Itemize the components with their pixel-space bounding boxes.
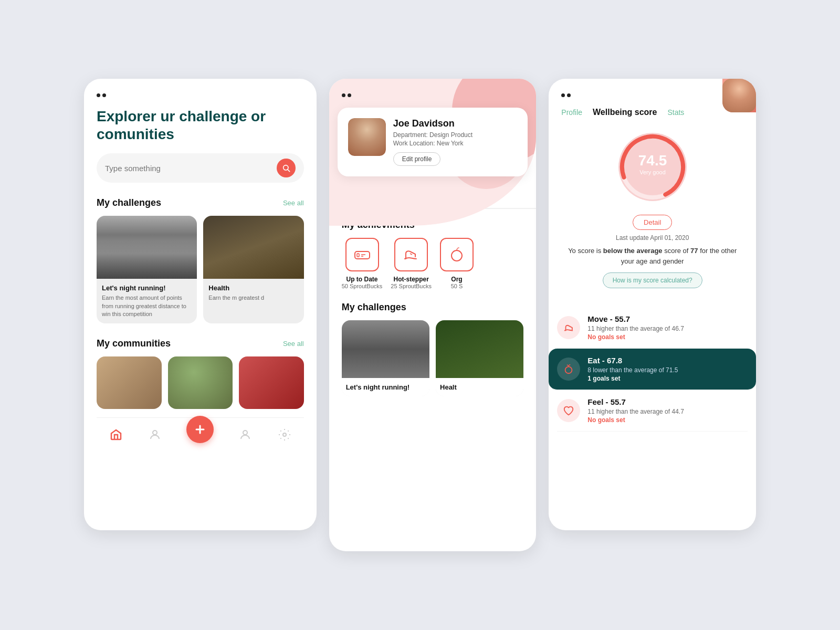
challenge2-name-0: Let's night running! (342, 378, 429, 396)
apple-metric-icon (563, 363, 574, 375)
profile-icon (239, 428, 251, 441)
challenge2-running[interactable]: Let's night running! (342, 320, 429, 396)
achievements-section: My achievments Up to Date 50 SproutB (329, 219, 537, 313)
search-bar (97, 153, 304, 183)
challenge-image-running (97, 216, 197, 279)
challenge-desc: Earn the m greatest d (208, 294, 298, 302)
svg-point-5 (243, 430, 247, 435)
metric-feel: Feel - 55.7 11 higher than the average o… (557, 390, 748, 432)
svg-rect-8 (357, 254, 359, 257)
achievement-name-2: Org (440, 276, 474, 283)
dot (567, 93, 571, 97)
how-calculated-button[interactable]: How is my score calculated? (603, 272, 702, 288)
dot (97, 93, 100, 97)
nav-tab3[interactable] (277, 427, 292, 442)
home-icon (110, 428, 122, 441)
achievement-item-org: Org 50 S (440, 238, 474, 289)
metric-sub-feel: 11 higher than the average of 44.7 (587, 408, 748, 415)
achievement-icon-uptodate (345, 238, 379, 271)
detail-button[interactable]: Detail (633, 215, 672, 230)
avatar (348, 118, 386, 156)
screen3-tab-profile[interactable]: Profile (561, 108, 582, 117)
challenge-info-running: Let's night running! Earn the most amoun… (97, 279, 197, 323)
profile-info: Joe Davidson Department: Design Product … (393, 118, 518, 166)
achievements-grid: Up to Date 50 SproutBucks Hot-stepper 25… (342, 238, 524, 289)
shoe-icon (402, 245, 421, 264)
score-ring-svg: 74.5 Very good (613, 128, 692, 206)
challenge-info-health: Health Earn the m greatest d (203, 279, 303, 307)
metric-eat: Eat - 67.8 8 lower than the average of 7… (549, 349, 756, 390)
challenge2-name-1: Healt (436, 378, 523, 396)
svg-point-17 (565, 366, 572, 373)
screen3-tab-stats[interactable]: Stats (667, 108, 684, 117)
metric-info-move: Move - 55.7 11 higher than the average o… (587, 314, 748, 341)
achievement-item-hotstepper: Hot-stepper 25 SproutBucks (391, 238, 432, 289)
score-section: 74.5 Very good Detail Last update April … (549, 117, 756, 307)
achievement-item-uptodate: Up to Date 50 SproutBucks (342, 238, 383, 289)
svg-point-6 (283, 433, 286, 436)
challenges2-grid: Let's night running! Healt (329, 320, 537, 396)
metric-icon-feel (557, 399, 580, 422)
challenge-name: Health (208, 284, 298, 292)
achievement-icon-hotstepper (394, 238, 428, 271)
svg-line-1 (288, 170, 290, 172)
dot (348, 93, 351, 97)
metric-info-feel: Feel - 55.7 11 higher than the average o… (587, 397, 748, 424)
screen3-tab-wellbeing[interactable]: Wellbeing score (593, 108, 657, 117)
metric-icon-move (557, 316, 580, 339)
community-card-food[interactable] (97, 356, 162, 409)
challenges-see-all[interactable]: See all (283, 199, 304, 207)
avatar-image (348, 118, 386, 156)
settings-icon (278, 428, 291, 441)
nav-tab1[interactable] (148, 427, 162, 442)
metric-goals-move: No goals set (587, 333, 748, 341)
metric-icon-eat (557, 358, 580, 381)
shoe-metric-icon (563, 322, 574, 333)
metrics-list: Move - 55.7 11 higher than the average o… (549, 307, 756, 432)
challenges-section-header: My challenges See all (97, 197, 304, 208)
screen2: Joe Davidson Department: Design Product … (329, 79, 537, 551)
svg-point-11 (452, 250, 462, 261)
edit-profile-button[interactable]: Edit profile (393, 152, 441, 166)
dot (342, 93, 345, 97)
challenge-name: Let's night running! (102, 284, 192, 292)
achievement-pts-1: 25 SproutBucks (391, 283, 432, 289)
communities-section-header: My communities See all (97, 338, 304, 349)
community-card-red[interactable] (239, 356, 304, 409)
bottom-nav (97, 417, 304, 454)
search-input[interactable] (105, 164, 277, 173)
communities-see-all[interactable]: See all (283, 340, 304, 348)
search-button[interactable] (277, 159, 296, 177)
achievement-pts-0: 50 SproutBucks (342, 283, 383, 289)
achievement-pts-2: 50 S (440, 283, 474, 289)
svg-text:74.5: 74.5 (638, 152, 667, 169)
tape-icon (353, 245, 372, 264)
nav-tab2[interactable] (238, 427, 253, 442)
challenge2-health[interactable]: Healt (436, 320, 523, 396)
people-icon (149, 428, 161, 441)
dots-indicator-1 (97, 93, 304, 97)
challenges-grid: Let's night running! Earn the most amoun… (97, 216, 304, 323)
screen3-top: Profile Wellbeing score Stats (549, 79, 756, 117)
community-card-runner[interactable] (168, 356, 233, 409)
metric-goals-eat: 1 goals set (587, 375, 748, 382)
communities-grid (97, 356, 304, 409)
challenge-card-running[interactable]: Let's night running! Earn the most amoun… (97, 216, 197, 323)
dot (102, 93, 106, 97)
screens-container: Explorer ur challenge or comunities My c… (84, 79, 756, 551)
plus-icon (194, 423, 206, 436)
metric-name-move: Move - 55.7 (587, 314, 748, 323)
challenge-card-health[interactable]: Health Earn the m greatest d (203, 216, 303, 323)
nav-home[interactable] (109, 427, 123, 442)
svg-point-2 (153, 430, 157, 435)
screen1: Explorer ur challenge or comunities My c… (84, 79, 317, 530)
achievement-name-1: Hot-stepper (391, 276, 432, 283)
heart-metric-icon (563, 405, 574, 416)
profile-department: Department: Design Product (393, 131, 518, 139)
metric-sub-eat: 8 lower than the average of 71.5 (587, 366, 748, 374)
nav-add-button[interactable] (186, 416, 214, 443)
metric-name-feel: Feel - 55.7 (587, 397, 748, 406)
profile-location: Work Location: New York (393, 140, 518, 147)
metric-goals-feel: No goals set (587, 416, 748, 424)
achievement-icon-org (440, 238, 474, 271)
